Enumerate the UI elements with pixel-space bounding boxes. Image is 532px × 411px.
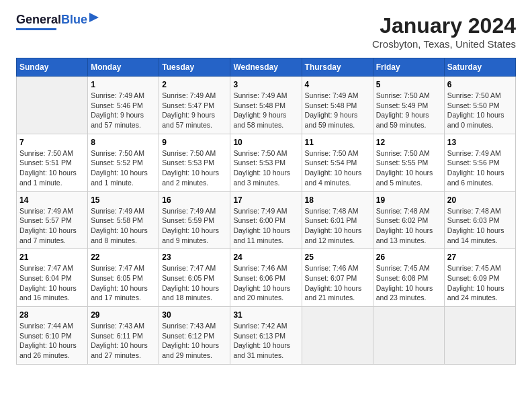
day-info: Sunrise: 7:47 AMSunset: 6:05 PMDaylight:… bbox=[91, 263, 156, 303]
calendar-cell: 6Sunrise: 7:50 AMSunset: 5:50 PMDaylight… bbox=[444, 77, 515, 134]
day-info: Sunrise: 7:50 AMSunset: 5:52 PMDaylight:… bbox=[91, 148, 156, 188]
calendar-cell: 15Sunrise: 7:49 AMSunset: 5:58 PMDayligh… bbox=[88, 191, 159, 249]
day-number: 8 bbox=[91, 138, 156, 147]
day-number: 21 bbox=[19, 253, 85, 262]
day-number: 29 bbox=[91, 310, 156, 320]
day-number: 25 bbox=[305, 253, 370, 262]
day-info: Sunrise: 7:49 AMSunset: 5:58 PMDaylight:… bbox=[91, 206, 156, 246]
day-info: Sunrise: 7:43 AMSunset: 6:12 PMDaylight:… bbox=[162, 321, 227, 361]
calendar-cell: 13Sunrise: 7:49 AMSunset: 5:56 PMDayligh… bbox=[444, 134, 515, 191]
weekday-header-row: SundayMondayTuesdayWednesdayThursdayFrid… bbox=[17, 58, 516, 77]
calendar-cell: 17Sunrise: 7:49 AMSunset: 6:00 PMDayligh… bbox=[230, 191, 302, 249]
day-info: Sunrise: 7:49 AMSunset: 5:47 PMDaylight:… bbox=[162, 91, 227, 130]
calendar-week-row: 21Sunrise: 7:47 AMSunset: 6:04 PMDayligh… bbox=[17, 249, 516, 307]
day-info: Sunrise: 7:47 AMSunset: 6:05 PMDaylight:… bbox=[162, 263, 227, 303]
calendar-cell bbox=[444, 307, 515, 365]
day-info: Sunrise: 7:48 AMSunset: 6:03 PMDaylight:… bbox=[447, 206, 513, 246]
weekday-header: Monday bbox=[88, 58, 159, 77]
weekday-header: Thursday bbox=[302, 58, 373, 77]
calendar-cell: 9Sunrise: 7:50 AMSunset: 5:53 PMDaylight… bbox=[159, 134, 230, 191]
day-info: Sunrise: 7:49 AMSunset: 5:57 PMDaylight:… bbox=[19, 206, 85, 246]
day-info: Sunrise: 7:50 AMSunset: 5:54 PMDaylight:… bbox=[305, 148, 370, 188]
calendar-cell: 28Sunrise: 7:44 AMSunset: 6:10 PMDayligh… bbox=[17, 307, 88, 365]
day-info: Sunrise: 7:48 AMSunset: 6:01 PMDaylight:… bbox=[305, 206, 370, 246]
day-number: 11 bbox=[305, 138, 370, 147]
day-number: 30 bbox=[162, 310, 227, 320]
day-number: 16 bbox=[162, 195, 227, 205]
svg-marker-0 bbox=[89, 13, 99, 22]
calendar-cell: 1Sunrise: 7:49 AMSunset: 5:46 PMDaylight… bbox=[88, 77, 159, 134]
day-number: 10 bbox=[233, 138, 298, 147]
day-info: Sunrise: 7:49 AMSunset: 5:56 PMDaylight:… bbox=[447, 148, 513, 188]
day-number: 1 bbox=[91, 80, 156, 89]
calendar-cell: 16Sunrise: 7:49 AMSunset: 5:59 PMDayligh… bbox=[159, 191, 230, 249]
calendar-cell: 5Sunrise: 7:50 AMSunset: 5:49 PMDaylight… bbox=[373, 77, 444, 134]
day-number: 27 bbox=[447, 253, 513, 262]
calendar-cell: 3Sunrise: 7:49 AMSunset: 5:48 PMDaylight… bbox=[230, 77, 302, 134]
calendar-cell: 20Sunrise: 7:48 AMSunset: 6:03 PMDayligh… bbox=[444, 191, 515, 249]
day-info: Sunrise: 7:50 AMSunset: 5:55 PMDaylight:… bbox=[376, 148, 441, 188]
calendar-cell: 2Sunrise: 7:49 AMSunset: 5:47 PMDaylight… bbox=[159, 77, 230, 134]
day-info: Sunrise: 7:49 AMSunset: 5:48 PMDaylight:… bbox=[233, 91, 298, 130]
calendar-cell: 19Sunrise: 7:48 AMSunset: 6:02 PMDayligh… bbox=[373, 191, 444, 249]
day-number: 7 bbox=[19, 138, 85, 147]
page-title: January 2024 bbox=[372, 13, 516, 38]
day-number: 9 bbox=[162, 138, 227, 147]
day-info: Sunrise: 7:49 AMSunset: 5:48 PMDaylight:… bbox=[305, 91, 370, 130]
day-info: Sunrise: 7:50 AMSunset: 5:53 PMDaylight:… bbox=[162, 148, 227, 188]
weekday-header: Tuesday bbox=[159, 58, 230, 77]
day-info: Sunrise: 7:49 AMSunset: 5:59 PMDaylight:… bbox=[162, 206, 227, 246]
day-info: Sunrise: 7:44 AMSunset: 6:10 PMDaylight:… bbox=[19, 321, 85, 361]
calendar-cell bbox=[302, 307, 373, 365]
weekday-header: Saturday bbox=[444, 58, 515, 77]
title-block: January 2024 Crosbyton, Texas, United St… bbox=[372, 13, 516, 50]
day-number: 17 bbox=[233, 195, 298, 205]
calendar-cell: 11Sunrise: 7:50 AMSunset: 5:54 PMDayligh… bbox=[302, 134, 373, 191]
day-number: 31 bbox=[233, 310, 298, 320]
day-number: 20 bbox=[447, 195, 513, 205]
logo-arrow-icon bbox=[89, 13, 99, 22]
day-info: Sunrise: 7:47 AMSunset: 6:04 PMDaylight:… bbox=[19, 263, 85, 303]
calendar-week-row: 14Sunrise: 7:49 AMSunset: 5:57 PMDayligh… bbox=[17, 191, 516, 249]
day-number: 5 bbox=[376, 80, 441, 89]
day-info: Sunrise: 7:46 AMSunset: 6:07 PMDaylight:… bbox=[305, 263, 370, 303]
calendar-cell bbox=[17, 77, 88, 134]
logo: GeneralBlue bbox=[16, 13, 99, 30]
calendar-cell: 23Sunrise: 7:47 AMSunset: 6:05 PMDayligh… bbox=[159, 249, 230, 307]
calendar-cell: 24Sunrise: 7:46 AMSunset: 6:06 PMDayligh… bbox=[230, 249, 302, 307]
calendar-cell: 18Sunrise: 7:48 AMSunset: 6:01 PMDayligh… bbox=[302, 191, 373, 249]
logo-underline bbox=[16, 28, 56, 30]
calendar-cell bbox=[373, 307, 444, 365]
day-info: Sunrise: 7:50 AMSunset: 5:49 PMDaylight:… bbox=[376, 91, 441, 130]
page-header: GeneralBlue January 2024 Crosbyton, Texa… bbox=[16, 13, 516, 50]
calendar-cell: 26Sunrise: 7:45 AMSunset: 6:08 PMDayligh… bbox=[373, 249, 444, 307]
page-subtitle: Crosbyton, Texas, United States bbox=[372, 38, 516, 50]
calendar-cell: 8Sunrise: 7:50 AMSunset: 5:52 PMDaylight… bbox=[88, 134, 159, 191]
weekday-header: Sunday bbox=[17, 58, 88, 77]
calendar-week-row: 28Sunrise: 7:44 AMSunset: 6:10 PMDayligh… bbox=[17, 307, 516, 365]
day-number: 2 bbox=[162, 80, 227, 89]
day-number: 4 bbox=[305, 80, 370, 89]
day-number: 28 bbox=[19, 310, 85, 320]
day-info: Sunrise: 7:50 AMSunset: 5:50 PMDaylight:… bbox=[447, 91, 513, 130]
day-number: 6 bbox=[447, 80, 513, 89]
weekday-header: Wednesday bbox=[230, 58, 302, 77]
day-info: Sunrise: 7:46 AMSunset: 6:06 PMDaylight:… bbox=[233, 263, 298, 303]
day-info: Sunrise: 7:45 AMSunset: 6:08 PMDaylight:… bbox=[376, 263, 441, 303]
day-info: Sunrise: 7:49 AMSunset: 6:00 PMDaylight:… bbox=[233, 206, 298, 246]
day-info: Sunrise: 7:45 AMSunset: 6:09 PMDaylight:… bbox=[447, 263, 513, 303]
calendar-cell: 27Sunrise: 7:45 AMSunset: 6:09 PMDayligh… bbox=[444, 249, 515, 307]
day-number: 15 bbox=[91, 195, 156, 205]
calendar-cell: 21Sunrise: 7:47 AMSunset: 6:04 PMDayligh… bbox=[17, 249, 88, 307]
day-number: 13 bbox=[447, 138, 513, 147]
calendar-cell: 10Sunrise: 7:50 AMSunset: 5:53 PMDayligh… bbox=[230, 134, 302, 191]
day-info: Sunrise: 7:42 AMSunset: 6:13 PMDaylight:… bbox=[233, 321, 298, 361]
weekday-header: Friday bbox=[373, 58, 444, 77]
day-info: Sunrise: 7:49 AMSunset: 5:46 PMDaylight:… bbox=[91, 91, 156, 130]
calendar-cell: 4Sunrise: 7:49 AMSunset: 5:48 PMDaylight… bbox=[302, 77, 373, 134]
day-number: 12 bbox=[376, 138, 441, 147]
calendar-cell: 22Sunrise: 7:47 AMSunset: 6:05 PMDayligh… bbox=[88, 249, 159, 307]
calendar-cell: 14Sunrise: 7:49 AMSunset: 5:57 PMDayligh… bbox=[17, 191, 88, 249]
day-number: 19 bbox=[376, 195, 441, 205]
calendar-cell: 30Sunrise: 7:43 AMSunset: 6:12 PMDayligh… bbox=[159, 307, 230, 365]
